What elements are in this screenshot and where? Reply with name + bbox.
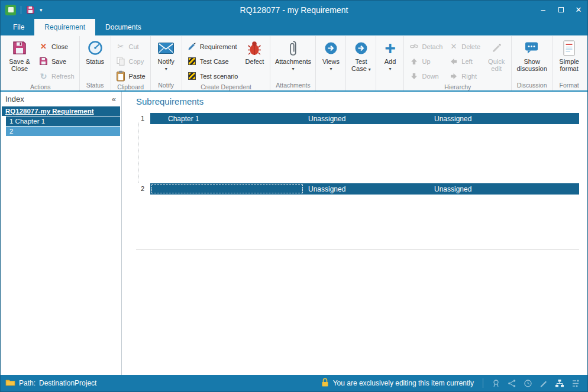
- tab-documents[interactable]: Documents: [95, 19, 151, 35]
- tab-file[interactable]: File: [3, 19, 34, 35]
- ribbon-group-attachments: Attachments ▾ Attachments: [270, 36, 316, 90]
- move-down-button[interactable]: Down: [406, 69, 445, 83]
- hierarchy-icon[interactable]: [554, 377, 566, 389]
- paste-button[interactable]: Paste: [113, 69, 148, 83]
- quick-edit-button[interactable]: Quick edit: [483, 36, 509, 83]
- save-close-label: Save & Close: [5, 58, 34, 72]
- refresh-button[interactable]: ↻ Refresh: [35, 69, 77, 83]
- group-label-status: Status: [82, 82, 109, 90]
- save-and-close-button[interactable]: Save & Close: [4, 36, 35, 83]
- group-label-attachments: Attachments: [272, 82, 314, 90]
- signature-icon[interactable]: [538, 377, 550, 389]
- ribbon: Save & Close ✕ Close Save ↻: [1, 35, 587, 92]
- dropdown-caret-icon: ▾: [292, 67, 294, 71]
- subrequirement-content-area[interactable]: [136, 195, 579, 249]
- create-test-case-button[interactable]: Test Case: [184, 54, 241, 69]
- ribbon-group-hierarchy: Detach Up Down: [404, 36, 512, 90]
- group-label-create-dependent: Create Dependent: [184, 83, 269, 91]
- tree-item-2[interactable]: 2: [6, 127, 120, 136]
- detach-button[interactable]: Detach: [406, 39, 445, 54]
- envelope-icon: [158, 40, 174, 56]
- path-value: DestinationProject: [39, 379, 96, 387]
- subrequirement-col2: Unassigned: [308, 115, 434, 123]
- copy-button[interactable]: Copy: [113, 54, 148, 69]
- tab-requirement[interactable]: Requirement: [34, 19, 95, 35]
- content-divider: [136, 249, 579, 250]
- show-discussion-button[interactable]: Show discussion: [513, 36, 550, 82]
- simple-format-button[interactable]: Simple format: [554, 36, 584, 82]
- ribbon-group-add: + Add ▾: [376, 36, 404, 90]
- views-button[interactable]: Views ▾: [318, 36, 344, 82]
- save-close-icon: [12, 40, 27, 56]
- cut-icon: ✂: [116, 43, 126, 50]
- dropdown-caret-icon: ▾: [329, 67, 332, 71]
- flow-icon[interactable]: [570, 377, 581, 389]
- delete-button[interactable]: ✕ Delete: [445, 39, 483, 54]
- move-up-button[interactable]: Up: [406, 54, 445, 69]
- save-button[interactable]: Save: [35, 54, 77, 69]
- statusbar: Path: DestinationProject You are exclusi…: [1, 375, 587, 391]
- document-icon: [563, 40, 575, 56]
- cut-button[interactable]: ✂ Cut: [113, 39, 148, 54]
- subrequirement-col3: Unassigned: [434, 185, 579, 193]
- app-window: ▾ RQ128077 - my Requirement – ✕ File Req…: [0, 0, 588, 392]
- ribbon-group-discussion: Show discussion Discussion: [512, 36, 553, 90]
- title-edit-box[interactable]: [151, 184, 303, 193]
- sidebar-title: Index: [5, 95, 24, 103]
- titlebar: ▾ RQ128077 - my Requirement – ✕: [1, 1, 587, 19]
- tree-connector-line: [138, 121, 138, 192]
- status-icon: [88, 40, 103, 56]
- tree-item-root[interactable]: RQ128077-my Requirement: [2, 106, 120, 116]
- path-label: Path:: [19, 379, 35, 387]
- minimize-button[interactable]: –: [534, 1, 552, 19]
- arrow-up-icon: [409, 58, 419, 65]
- close-item-button[interactable]: ✕ Close: [35, 39, 77, 54]
- move-right-button[interactable]: Right: [445, 69, 483, 83]
- exclusive-edit-message: You are exclusively editing this item cu…: [333, 379, 474, 387]
- sidebar-header: Index «: [1, 92, 121, 106]
- share-icon[interactable]: [506, 377, 518, 389]
- history-icon[interactable]: [522, 377, 534, 389]
- tree-item-chapter-1[interactable]: 1 Chapter 1: [6, 116, 120, 126]
- subrequirement-header-bar[interactable]: Unassigned Unassigned: [150, 183, 579, 195]
- ribbon-group-actions: Save & Close ✕ Close Save ↻: [2, 36, 80, 90]
- status-button[interactable]: Status: [82, 36, 109, 82]
- delete-icon: ✕: [448, 43, 458, 50]
- test-case-circle-icon: [354, 40, 368, 56]
- ribbon-tab-row: File Requirement Documents: [1, 19, 587, 35]
- main-area: Index « RQ128077-my Requirement 1 Chapte…: [1, 92, 587, 375]
- index-tree: RQ128077-my Requirement 1 Chapter 1 2: [1, 106, 121, 137]
- close-window-button[interactable]: ✕: [570, 1, 587, 19]
- collapse-sidebar-icon[interactable]: «: [112, 95, 116, 103]
- arrow-down-icon: [409, 73, 419, 80]
- group-label-actions: Actions: [4, 83, 77, 91]
- move-left-button[interactable]: Left: [445, 54, 483, 69]
- create-test-scenario-button[interactable]: Test scenario: [184, 69, 241, 83]
- subrequirement-content-area[interactable]: [136, 124, 579, 183]
- row-number: 1: [136, 113, 150, 122]
- add-button[interactable]: + Add ▾: [378, 36, 402, 82]
- quick-save-icon[interactable]: [26, 5, 35, 14]
- app-icon[interactable]: [5, 5, 16, 15]
- medal-icon[interactable]: [490, 377, 502, 389]
- test-case-button[interactable]: Test Case ▾: [348, 36, 374, 82]
- test-case-icon: [187, 57, 197, 65]
- ribbon-group-create-dependent: Requirement Test Case Test scenario: [182, 36, 271, 90]
- notify-button[interactable]: Notify ▾: [153, 36, 180, 82]
- maximize-icon: [558, 7, 564, 12]
- subrequirement-header-bar[interactable]: Chapter 1 Unassigned Unassigned: [150, 113, 579, 124]
- close-icon: ✕: [38, 43, 49, 50]
- maximize-button[interactable]: [552, 1, 570, 19]
- qat-dropdown-icon[interactable]: ▾: [40, 7, 43, 13]
- create-requirement-button[interactable]: Requirement: [184, 39, 241, 54]
- statusbar-separator: [483, 378, 483, 388]
- dropdown-caret-icon: ▾: [165, 67, 167, 71]
- titlebar-separator: [21, 6, 21, 14]
- refresh-icon: ↻: [38, 72, 49, 80]
- quick-access-toolbar: ▾: [1, 5, 43, 15]
- attachments-button[interactable]: Attachments ▾: [272, 36, 314, 82]
- subrequirement-title: Chapter 1: [150, 115, 308, 123]
- create-defect-button[interactable]: Defect: [241, 36, 268, 83]
- subrequirement-col3: Unassigned: [434, 115, 579, 123]
- group-label-views: [318, 82, 344, 90]
